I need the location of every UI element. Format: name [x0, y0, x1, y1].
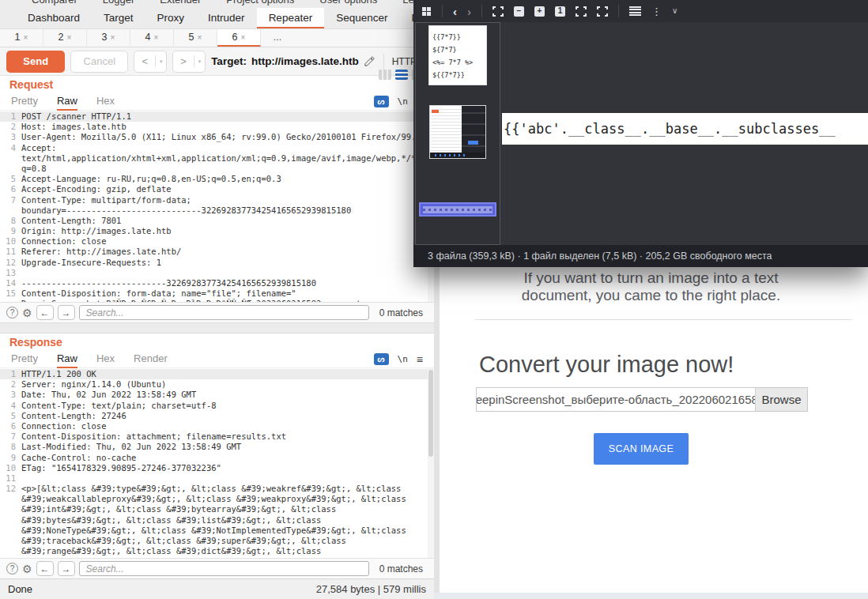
burp-main-tab[interactable]: Dashboard [16, 8, 92, 28]
close-tab-icon[interactable]: × [241, 33, 246, 42]
burp-top-tab[interactable]: Logger [90, 0, 147, 8]
file-upload-input[interactable]: DeepinScreenshot_выберите-область_202206… [476, 387, 808, 412]
layout-columns-button[interactable] [379, 70, 391, 80]
help-icon[interactable]: ? [6, 563, 18, 575]
response-search-bar: ? ⚙ ← → 0 matches [0, 558, 434, 578]
show-newlines-icon[interactable]: \n [398, 354, 408, 364]
burp-top-tab[interactable]: Extender [147, 0, 213, 8]
send-button[interactable]: Send [6, 51, 65, 73]
request-view-tab[interactable]: Raw [57, 93, 77, 111]
search-next-button[interactable]: → [58, 305, 75, 320]
payload-line: ${{7*7}} [432, 69, 483, 81]
request-line: text/html,application/xhtml+xml,applicat… [0, 153, 434, 164]
request-line: 15 Content-Disposition: form-data; name=… [0, 288, 434, 299]
response-line: &#39;dict_keys&#39;&gt;, &lt;class &#39;… [0, 556, 434, 558]
history-forward-button[interactable]: > ▾ [172, 51, 206, 73]
repeater-tab[interactable]: 1× [0, 29, 43, 47]
history-back-button[interactable]: < ▾ [134, 51, 167, 73]
burp-main-tab-row: DashboardTargetProxyIntruderRepeaterSequ… [0, 8, 434, 29]
payload-line: <%= 7*7 %> [432, 56, 483, 69]
thumbnail-payload-image[interactable]: {{7*7}}${7*7}<%= 7*7 %>${{7*7}} [428, 25, 487, 85]
image-viewer-window: ‹ › − + 1 ⋮ ∨ {{7*7}}${7*7}<%= 7*7 %>${{… [413, 0, 868, 267]
fit-height-icon[interactable] [597, 6, 608, 17]
burp-main-tab[interactable]: Repeater [257, 8, 325, 28]
burp-status-bar: Done 27,584 bytes | 579 millis [0, 578, 434, 599]
search-next-button[interactable]: → [58, 561, 75, 576]
burp-main-tab[interactable]: Target [92, 8, 145, 28]
response-line: 1 HTTP/1.1 200 OK [0, 369, 434, 379]
fit-width-icon[interactable] [576, 6, 587, 17]
fit-window-icon[interactable] [492, 6, 504, 17]
burp-top-tab[interactable]: Project options [213, 0, 307, 8]
edit-target-pencil-icon[interactable] [364, 55, 376, 67]
burp-main-tab[interactable]: Intruder [196, 8, 257, 28]
request-editor[interactable]: 1 POST /scanner HTTP/1.1 2 Host: images.… [0, 111, 434, 302]
close-tab-icon[interactable]: × [154, 33, 159, 42]
target-display: Target: http://images.late.htb HTTP/1 [211, 54, 428, 70]
response-view-tab[interactable]: Hex [96, 351, 115, 368]
more-tabs-button[interactable]: ... [261, 29, 294, 47]
repeater-tab[interactable]: 6× [217, 29, 261, 47]
repeater-tab[interactable]: 5× [174, 29, 217, 47]
response-search-input[interactable] [79, 561, 369, 576]
kebab-menu-icon[interactable]: ⋮ [651, 6, 662, 17]
next-image-icon[interactable]: › [467, 6, 471, 17]
burp-main-tab[interactable]: Sequencer [324, 8, 399, 28]
burp-main-tab[interactable]: Proxy [145, 8, 197, 28]
search-prev-button[interactable]: ← [36, 561, 54, 576]
request-search-input[interactable] [79, 305, 369, 320]
request-view-tab[interactable]: Pretty [11, 93, 38, 111]
panel-splitter[interactable] [0, 322, 434, 333]
scan-image-button[interactable]: SCAN IMAGE [594, 433, 689, 465]
burp-top-tab[interactable]: User options [307, 0, 390, 8]
thumbnail-selected-image[interactable] [419, 202, 496, 217]
layout-rows-button[interactable] [395, 70, 408, 80]
response-line: 4 Content-Type: text/plain; charset=utf-… [0, 401, 434, 411]
zoom-out-icon[interactable]: − [514, 6, 524, 17]
response-panel: Response PrettyRawHexRender ᔕ \n ≡ 1 HTT… [0, 333, 434, 578]
forward-dropdown-icon[interactable]: ▾ [194, 58, 205, 65]
back-dropdown-icon[interactable]: ▾ [156, 58, 166, 65]
gear-icon[interactable]: ⚙ [22, 563, 32, 575]
file-name-value: DeepinScreenshot_выберите-область_202206… [477, 388, 755, 411]
chevron-down-icon[interactable]: ∨ [672, 7, 677, 15]
close-tab-icon[interactable]: × [67, 33, 72, 42]
response-view-tab[interactable]: Raw [57, 351, 77, 368]
request-line: 2 Host: images.late.htb [0, 122, 434, 132]
response-view-tab[interactable]: Render [134, 351, 168, 368]
viewer-toolbar: ‹ › − + 1 ⋮ ∨ [413, 0, 868, 22]
previous-image-icon[interactable]: ‹ [453, 6, 457, 17]
gear-icon[interactable]: ⚙ [22, 307, 32, 319]
syntax-highlight-icon[interactable]: ᔕ [374, 96, 389, 107]
response-view-tab[interactable]: Pretty [11, 351, 38, 368]
cancel-button[interactable]: Cancel [70, 51, 128, 73]
show-newlines-icon[interactable]: \n [398, 96, 408, 107]
thumbnail-screenshot[interactable] [429, 105, 486, 159]
response-viewer[interactable]: 1 HTTP/1.1 200 OK 2 Server: nginx/1.14.0… [0, 368, 434, 558]
request-view-tab[interactable]: Hex [96, 93, 115, 111]
zoom-in-icon[interactable]: + [534, 6, 545, 17]
folder-view-icon[interactable] [422, 7, 426, 11]
image-preview-strip: {{'abc'.__class__.__base__.__subclasses_… [502, 113, 868, 145]
list-view-icon[interactable] [629, 6, 641, 16]
syntax-highlight-icon[interactable]: ᔕ [374, 353, 389, 365]
help-icon[interactable]: ? [6, 307, 18, 318]
response-line: 5 Content-Length: 27246 [0, 411, 434, 421]
close-tab-icon[interactable]: × [24, 33, 28, 42]
panel-menu-icon[interactable]: ≡ [417, 353, 423, 366]
repeater-tab[interactable]: 4× [130, 29, 174, 47]
repeater-tab[interactable]: 3× [87, 29, 130, 47]
close-tab-icon[interactable]: × [198, 33, 202, 42]
search-prev-button[interactable]: ← [36, 305, 54, 320]
browse-button[interactable]: Browse [755, 388, 807, 411]
burp-top-tab[interactable]: Comparer [19, 0, 90, 8]
response-scrollbar[interactable] [428, 368, 434, 558]
response-title: Response [9, 336, 62, 348]
response-search-matches: 0 matches [379, 563, 423, 575]
close-tab-icon[interactable]: × [111, 33, 115, 42]
payload-line: ${7*7} [432, 43, 483, 56]
forward-arrow-icon: > [173, 55, 194, 67]
repeater-tab[interactable]: 2× [43, 29, 87, 47]
actual-size-icon[interactable]: 1 [555, 6, 565, 17]
request-line: 3 User-Agent: Mozilla/5.0 (X11; Linux x8… [0, 132, 434, 142]
